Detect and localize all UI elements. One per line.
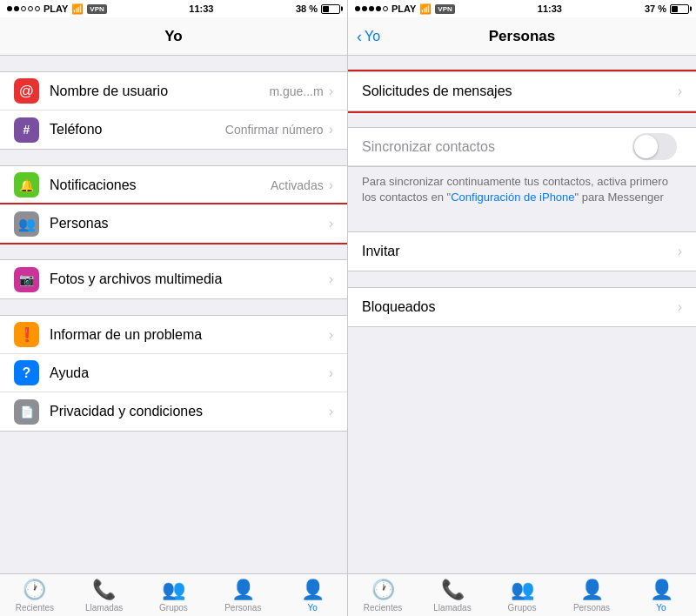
privacidad-label: Privacidad y condiciones [50,404,329,419]
signal-dots [7,6,40,11]
section-notifications: 🔔 Notificaciones Activadas › 👥 Personas … [0,165,347,244]
section-account: @ Nombre de usuario m.gue...m › # Teléfo… [0,71,347,150]
right-recientes-icon: 🕐 [371,579,395,601]
row-username[interactable]: @ Nombre de usuario m.gue...m › [0,72,347,110]
r-dot5 [383,6,388,11]
left-status-right: 38 % [296,3,340,14]
time-label: 11:33 [189,3,213,14]
username-icon: @ [14,78,39,104]
left-status-left: PLAY 📶 VPN [7,3,107,15]
username-value: m.gue...m [269,84,323,98]
solicitudes-chevron: › [678,84,682,99]
informar-chevron: › [329,327,333,343]
grupos-icon: 👥 [162,579,185,601]
row-phone[interactable]: # Teléfono Confirmar número › [0,110,347,149]
battery-pct: 38 % [296,3,318,14]
recientes-icon: 🕐 [23,579,46,601]
right-screen: PLAY 📶 VPN 11:33 37 % ‹ Yo Personas Soli… [348,0,696,616]
row-notifications[interactable]: 🔔 Notificaciones Activadas › [0,166,347,204]
left-nav-bar: Yo [0,17,347,56]
tab-llamadas-left[interactable]: 📞 Llamadas [78,579,130,613]
privacidad-icon: 📄 [14,399,39,425]
fotos-chevron: › [329,271,333,287]
yo-tab-label: Yo [307,603,317,613]
config-iphone-link[interactable]: Configuración de iPhone [451,191,574,204]
r-dot3 [369,6,374,11]
row-bloqueados[interactable]: Bloqueados › [348,288,696,326]
back-label: Yo [365,29,380,44]
row-privacidad[interactable]: 📄 Privacidad y condiciones › [0,392,347,431]
battery-fill [323,6,329,12]
phone-icon: # [14,117,39,143]
right-tab-bar: 🕐 Recientes 📞 Llamadas 👥 Grupos 👤 Person… [348,573,696,616]
row-invitar[interactable]: Invitar › [348,232,696,271]
right-battery-fill [672,6,678,12]
tab-recientes-left[interactable]: 🕐 Recientes [9,579,61,613]
row-informar[interactable]: ❗ Informar de un problema › [0,316,347,354]
right-status-left: PLAY 📶 VPN [355,3,455,15]
ayuda-chevron: › [329,365,333,381]
fotos-icon: 📷 [14,267,39,292]
tab-grupos-right[interactable]: 👥 Grupos [496,579,548,613]
sync-toggle[interactable] [632,133,677,160]
back-button[interactable]: ‹ Yo [357,29,380,44]
tab-yo-left[interactable]: 👤 Yo [286,579,338,613]
dot2 [14,6,19,11]
tab-recientes-right[interactable]: 🕐 Recientes [357,579,409,613]
bloqueados-chevron: › [678,299,682,315]
solicitudes-label: Solicitudes de mensajes [362,84,678,99]
invitar-chevron: › [678,244,682,259]
informar-icon: ❗ [14,322,39,347]
personas-chevron: › [329,216,333,231]
section-support: ❗ Informar de un problema › ? Ayuda › 📄 … [0,315,347,432]
privacidad-chevron: › [329,404,333,419]
battery-icon [321,4,340,14]
dot5 [35,6,40,11]
row-personas[interactable]: 👥 Personas › [0,204,347,243]
notifications-chevron: › [329,177,333,193]
right-carrier-label: PLAY [392,3,416,14]
section-sync: Sincronizar contactos [348,127,696,167]
row-fotos[interactable]: 📷 Fotos y archivos multimedia › [0,260,347,298]
right-recientes-label: Recientes [364,603,402,613]
notifications-icon: 🔔 [14,172,39,198]
personas-label: Personas [50,216,329,231]
section-media: 📷 Fotos y archivos multimedia › [0,259,347,299]
phone-value: Confirmar número [225,123,324,137]
tab-grupos-left[interactable]: 👥 Grupos [147,579,199,613]
row-ayuda[interactable]: ? Ayuda › [0,354,347,392]
username-label: Nombre de usuario [50,84,269,99]
tab-personas-right[interactable]: 👤 Personas [566,579,618,613]
ayuda-icon: ? [14,360,39,385]
sync-row: Sincronizar contactos [348,128,696,166]
right-vpn-badge: VPN [435,4,454,14]
carrier-label: PLAY [44,3,68,14]
ayuda-label: Ayuda [50,365,329,381]
wifi-icon: 📶 [71,3,84,15]
left-content: @ Nombre de usuario m.gue...m › # Teléfo… [0,56,347,573]
tab-llamadas-right[interactable]: 📞 Llamadas [426,579,478,613]
sync-description: Para sincronizar continuamente tus conta… [348,167,696,216]
right-nav-bar: ‹ Yo Personas [348,17,696,56]
section-invitar: Invitar › [348,231,696,271]
grupos-label: Grupos [159,603,188,613]
personas-icon: 👥 [14,211,39,237]
left-nav-title: Yo [164,28,182,45]
back-chevron-icon: ‹ [357,29,362,44]
informar-label: Informar de un problema [50,327,329,343]
notifications-label: Notificaciones [50,177,271,193]
right-grupos-label: Grupos [508,603,537,613]
row-solicitudes[interactable]: Solicitudes de mensajes › [348,72,696,110]
right-battery-pct: 37 % [645,3,666,14]
tab-personas-left[interactable]: 👤 Personas [217,579,269,613]
dot1 [7,6,12,11]
notifications-value: Activadas [271,178,324,192]
desc-text-after: " para Messenger [575,191,664,204]
vpn-badge: VPN [87,4,106,14]
recientes-label: Recientes [16,603,54,613]
right-status-bar: PLAY 📶 VPN 11:33 37 % [348,0,696,17]
right-personas-tab-icon: 👤 [580,579,604,601]
yo-tab-icon: 👤 [301,579,325,601]
tab-yo-right[interactable]: 👤 Yo [635,579,687,613]
dot3 [21,6,26,11]
